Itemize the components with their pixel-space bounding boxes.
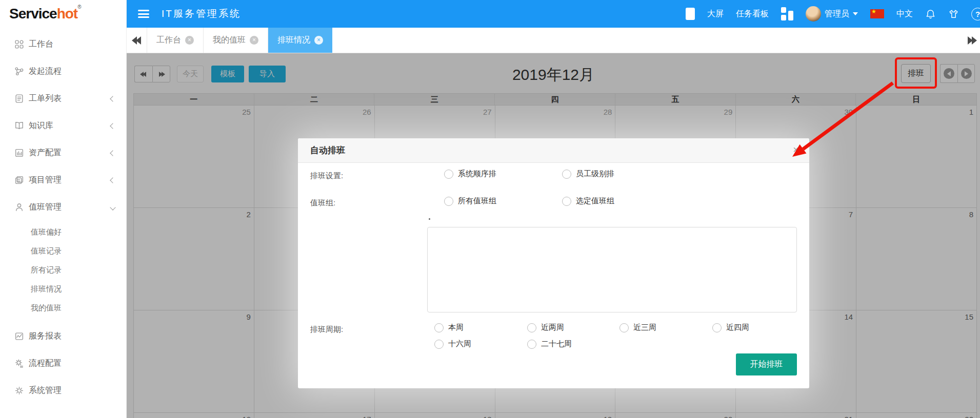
radio-icon[interactable]: [444, 197, 453, 206]
project-icon: [14, 175, 24, 185]
radio-label: 近三周: [633, 323, 656, 332]
tab-label: 排班情况: [277, 35, 310, 46]
radio-icon[interactable]: [562, 170, 571, 179]
radio-option-staff-level[interactable]: 员工级别排: [562, 169, 614, 179]
double-left-icon: [133, 36, 141, 45]
sidebar-item-process-config[interactable]: 流程配置: [0, 350, 126, 377]
duty-submenu: 值班偏好 值班记录 所有记录 排班情况 我的值班: [0, 221, 126, 323]
radio-label: 本周: [448, 323, 464, 332]
help-glyph: ?: [975, 10, 980, 18]
tab-schedule-status[interactable]: 排班情况 ×: [268, 28, 332, 53]
report-icon: [14, 331, 24, 341]
tab-label: 我的值班: [213, 35, 246, 46]
kanban-icon[interactable]: [781, 7, 793, 20]
sidebar-item-label: 系统管理: [29, 385, 62, 396]
sidebar-item-project-mgmt[interactable]: 项目管理: [0, 166, 126, 194]
radio-option-selected-groups[interactable]: 选定值班组: [562, 196, 614, 206]
asset-icon: [14, 148, 24, 158]
sidebar-item-label: 值班管理: [29, 202, 62, 213]
chevron-left-icon: [110, 150, 115, 156]
radio-icon[interactable]: [527, 340, 536, 349]
radio-option-sixteen-weeks[interactable]: 十六周: [434, 339, 471, 349]
radio-option-twentyseven-weeks[interactable]: 二十七周: [527, 339, 572, 349]
schedule-period-row: 排班周期: 本周 近两周 近三周 近四周: [298, 323, 809, 337]
sidebar-item-label: 项目管理: [29, 175, 62, 185]
language-switch[interactable]: 中文: [896, 9, 913, 19]
sidebar-subitem-all-records[interactable]: 所有记录: [0, 261, 126, 280]
radio-option-system-order[interactable]: 系统顺序排: [444, 169, 496, 179]
sidebar-item-system-mgmt[interactable]: 系统管理: [0, 377, 126, 404]
double-right-icon: [968, 36, 976, 45]
start-schedule-button[interactable]: 开始排班: [736, 353, 797, 375]
duty-group-textarea[interactable]: [427, 227, 797, 312]
sidebar-subitem-duty-records[interactable]: 值班记录: [0, 242, 126, 261]
avatar[interactable]: [806, 6, 821, 22]
radio-icon[interactable]: [619, 323, 629, 332]
sidebar-item-start-process[interactable]: 发起流程: [0, 58, 126, 85]
registered-mark: ®: [77, 4, 81, 10]
radio-icon[interactable]: [434, 323, 444, 332]
tabbar: 工作台 × 我的值班 × 排班情况 ×: [127, 28, 980, 53]
sidebar-item-asset-config[interactable]: 资产配置: [0, 139, 126, 166]
username: 管理员: [825, 9, 849, 19]
dialog-title: 自动排班: [310, 144, 345, 156]
tabs-scroll-left-button[interactable]: [127, 28, 147, 53]
sidebar-item-workbench[interactable]: 工作台: [0, 31, 126, 58]
user-menu[interactable]: 管理员: [806, 6, 858, 22]
fullscreen-icon[interactable]: [686, 8, 695, 20]
schedule-setting-row: 排班设置: 系统顺序排 员工级别排: [298, 169, 809, 183]
close-icon[interactable]: ×: [314, 36, 323, 45]
sidebar-item-label: 工作台: [29, 39, 53, 50]
sidebar-item-ticket-list[interactable]: 工单列表: [0, 85, 126, 112]
logo-text-orange: hot: [57, 6, 78, 22]
row-label: 值班组:: [310, 198, 335, 208]
radio-option-two-weeks[interactable]: 近两周: [527, 323, 564, 332]
radio-option-this-week[interactable]: 本周: [434, 323, 464, 332]
notification-bell-icon[interactable]: [925, 9, 936, 19]
radio-label: 选定值班组: [576, 196, 614, 206]
schedule-period-row-2: 十六周 二十七周: [298, 339, 809, 353]
big-screen-link[interactable]: 大屏: [707, 9, 724, 19]
sidebar-item-knowledge-base[interactable]: 知识库: [0, 112, 126, 139]
radio-icon[interactable]: [562, 197, 571, 206]
caret-down-icon: [853, 12, 858, 15]
logo-text-black: Service: [9, 6, 57, 22]
tabs-scroll-right-button[interactable]: [968, 28, 976, 53]
china-flag-icon[interactable]: ★: [870, 9, 884, 18]
radio-icon[interactable]: [527, 323, 536, 332]
sidebar-item-duty-mgmt[interactable]: 值班管理: [0, 194, 126, 221]
radio-icon[interactable]: [712, 323, 722, 332]
topbar-right: 大屏 任务看板 管理员 ★ 中文 ?: [686, 0, 980, 28]
app-title: IT服务管理系统: [162, 7, 241, 20]
sidebar: Servicehot® 工作台 发起流程 工单列表 知识库: [0, 0, 127, 418]
shirt-icon[interactable]: [948, 9, 959, 19]
duty-group-row: 值班组: 所有值班组 选定值班组: [298, 196, 809, 211]
sidebar-subitem-schedule-status[interactable]: 排班情况: [0, 280, 126, 299]
radio-label: 近两周: [541, 323, 564, 332]
radio-option-four-weeks[interactable]: 近四周: [712, 323, 749, 332]
row-label: 排班周期:: [310, 325, 343, 335]
radio-icon[interactable]: [444, 170, 453, 179]
close-icon[interactable]: ×: [793, 144, 799, 155]
dialog-header: 自动排班 ×: [298, 138, 809, 163]
radio-label: 所有值班组: [458, 196, 496, 206]
radio-icon[interactable]: [434, 340, 444, 349]
radio-option-three-weeks[interactable]: 近三周: [619, 323, 656, 332]
row-label: 排班设置:: [310, 171, 343, 181]
tab-my-duty[interactable]: 我的值班 ×: [204, 28, 268, 53]
radio-label: 系统顺序排: [458, 169, 496, 179]
flag-star: ★: [871, 8, 876, 15]
radio-label: 近四周: [726, 323, 749, 332]
flow-icon: [14, 67, 24, 76]
task-board-link[interactable]: 任务看板: [736, 9, 769, 19]
sidebar-item-service-reports[interactable]: 服务报表: [0, 323, 126, 350]
radio-option-all-groups[interactable]: 所有值班组: [444, 196, 496, 206]
close-icon[interactable]: ×: [250, 36, 258, 45]
hamburger-menu-icon[interactable]: [138, 10, 149, 18]
sidebar-subitem-my-duty[interactable]: 我的值班: [0, 299, 126, 318]
close-icon[interactable]: ×: [185, 36, 194, 45]
tab-workbench[interactable]: 工作台 ×: [147, 28, 204, 53]
sidebar-subitem-duty-preference[interactable]: 值班偏好: [0, 223, 126, 242]
help-icon[interactable]: ?: [971, 8, 980, 20]
sidebar-item-label: 工单列表: [29, 93, 62, 104]
